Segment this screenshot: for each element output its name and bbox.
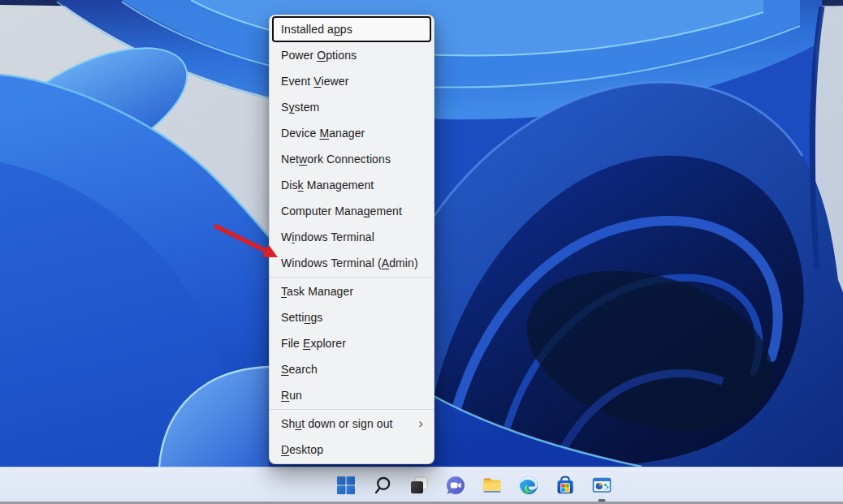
menu-item-label: Shut down or sign out (281, 417, 393, 430)
menu-item-settings[interactable]: Settings › (272, 304, 431, 330)
menu-item-file-explorer[interactable]: File Explorer › (272, 330, 431, 356)
menu-item-installed-apps[interactable]: Installed apps › (272, 16, 431, 42)
menu-item-search[interactable]: Search › (272, 356, 431, 382)
menu-item-label: Event Viewer (281, 75, 348, 88)
menu-item-label: Network Connections (281, 153, 391, 166)
menu-item-label: Run (281, 389, 302, 402)
menu-item-system[interactable]: System › (272, 94, 431, 120)
menu-separator (270, 277, 434, 278)
chat-icon (446, 476, 465, 495)
menu-item-run[interactable]: Run › (272, 382, 431, 408)
file-explorer-icon (482, 476, 502, 495)
menu-item-label: Search (281, 363, 318, 376)
menu-item-label: Windows Terminal (281, 230, 374, 243)
menu-item-label: Desktop (281, 443, 323, 456)
edge-button[interactable] (519, 476, 538, 495)
chat-button[interactable] (446, 476, 465, 495)
menu-item-network-connections[interactable]: Network Connections › (272, 146, 431, 172)
pie-chart-app-icon (592, 476, 612, 495)
menu-item-label: Computer Management (281, 205, 402, 218)
search-icon (373, 476, 392, 495)
taskbar-icon-group (336, 467, 612, 502)
store-icon (556, 476, 575, 495)
menu-item-label: Settings (281, 311, 322, 324)
menu-item-shut-down-or-sign-out[interactable]: Shut down or sign out › (272, 411, 431, 437)
menu-item-label: Disk Management (281, 179, 374, 192)
menu-item-computer-management[interactable]: Computer Management › (272, 198, 431, 224)
chevron-right-icon: › (418, 416, 423, 430)
start-button[interactable] (336, 476, 356, 495)
menu-item-label: File Explorer (281, 337, 346, 350)
menu-item-desktop[interactable]: Desktop › (272, 437, 431, 463)
taskbar (0, 467, 843, 504)
menu-item-event-viewer[interactable]: Event Viewer › (272, 68, 431, 94)
menu-item-power-options[interactable]: Power Options › (272, 42, 431, 68)
menu-item-label: Power Options (281, 49, 357, 62)
menu-item-label: Device Manager (281, 127, 365, 140)
edge-icon (519, 476, 538, 495)
menu-item-device-manager[interactable]: Device Manager › (272, 120, 431, 146)
menu-item-disk-management[interactable]: Disk Management › (272, 172, 431, 198)
menu-item-windows-terminal-admin[interactable]: Windows Terminal (Admin) › (272, 250, 431, 276)
menu-item-windows-terminal[interactable]: Windows Terminal › (272, 224, 431, 250)
store-button[interactable] (556, 476, 575, 495)
start-icon (336, 476, 356, 495)
task-view-icon (409, 476, 429, 495)
menu-item-label: Task Manager (281, 285, 353, 298)
menu-item-label: Windows Terminal (Admin) (281, 256, 418, 269)
file-explorer-button[interactable] (482, 476, 502, 495)
menu-item-task-manager[interactable]: Task Manager › (272, 278, 431, 304)
menu-separator (270, 409, 434, 410)
task-view-button[interactable] (409, 476, 429, 495)
pie-chart-app-button[interactable] (592, 476, 612, 495)
search-button[interactable] (373, 476, 392, 495)
power-user-menu: Installed apps › Power Options › Event V… (269, 15, 434, 464)
menu-item-label: Installed apps (281, 23, 352, 36)
menu-item-label: System (281, 101, 319, 114)
